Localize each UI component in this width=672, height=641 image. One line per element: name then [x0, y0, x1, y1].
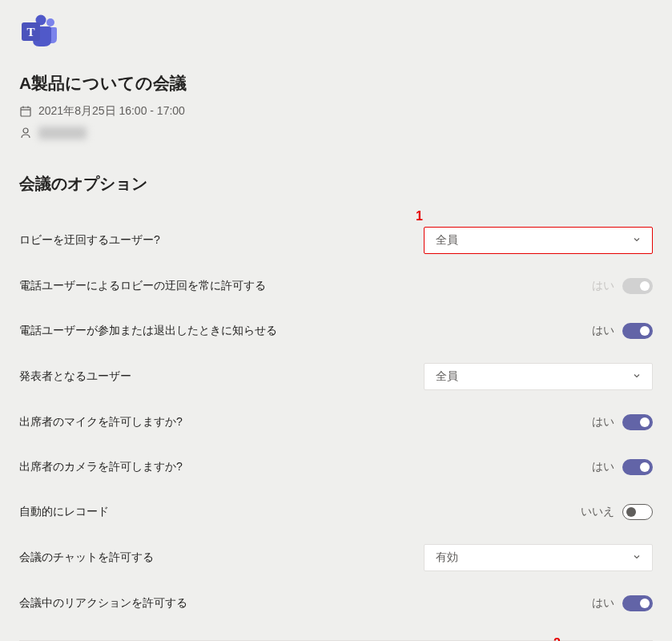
announce-phone-toggle[interactable]	[622, 323, 653, 339]
select-value: 有効	[436, 550, 458, 565]
meeting-title: A製品についての会議	[19, 72, 653, 95]
option-label: 出席者のマイクを許可しますか?	[19, 415, 183, 429]
select-value: 全員	[436, 233, 458, 248]
option-allow-chat: 会議のチャットを許可する 有効	[19, 544, 653, 571]
option-label: 電話ユーザーが参加または退出したときに知らせる	[19, 324, 277, 338]
options-section-title: 会議のオプション	[19, 173, 653, 195]
toggle-value-label: はい	[592, 596, 614, 611]
option-auto-record: 自動的にレコード いいえ	[19, 499, 653, 525]
annotation-2: 2	[553, 636, 561, 641]
meeting-datetime-row: 2021年8月25日 16:00 - 17:00	[19, 104, 653, 119]
meeting-organizer-row	[19, 127, 653, 139]
option-label: ロビーを迂回するユーザー?	[19, 233, 160, 248]
person-icon	[19, 127, 32, 139]
option-presenters: 発表者となるユーザー 全員	[19, 363, 653, 390]
toggle-value-label: はい	[592, 460, 614, 474]
svg-point-8	[23, 128, 28, 133]
toggle-value-label: はい	[592, 415, 614, 429]
allow-camera-toggle[interactable]	[622, 459, 653, 475]
calendar-icon	[19, 105, 32, 118]
option-allow-camera: 出席者のカメラを許可しますか? はい	[19, 454, 653, 480]
teams-logo-icon: T	[19, 14, 59, 48]
svg-text:T: T	[26, 26, 34, 38]
auto-record-toggle[interactable]	[622, 504, 653, 520]
toggle-value-label: はい	[592, 324, 614, 338]
option-allow-reactions: 会議中のリアクションを許可する はい	[19, 591, 653, 616]
option-phone-bypass: 電話ユーザーによるロビーの迂回を常に許可する はい	[19, 273, 653, 299]
meeting-datetime: 2021年8月25日 16:00 - 17:00	[38, 104, 185, 119]
allow-mic-toggle[interactable]	[622, 414, 653, 430]
option-label: 会議中のリアクションを許可する	[19, 596, 187, 611]
allow-chat-select[interactable]: 有効	[424, 544, 653, 571]
lobby-bypass-select[interactable]: 全員	[424, 227, 653, 254]
toggle-value-label: はい	[592, 279, 614, 293]
phone-bypass-toggle	[622, 278, 653, 294]
option-label: 電話ユーザーによるロビーの迂回を常に許可する	[19, 279, 266, 293]
annotation-1: 1	[416, 209, 423, 224]
meeting-organizer	[38, 127, 87, 139]
option-allow-mic: 出席者のマイクを許可しますか? はい	[19, 409, 653, 435]
option-lobby-bypass: ロビーを迂回するユーザー? 1 全員	[19, 227, 653, 254]
allow-reactions-toggle[interactable]	[622, 595, 653, 611]
svg-point-0	[46, 18, 54, 26]
svg-rect-4	[21, 107, 30, 116]
presenters-select[interactable]: 全員	[424, 363, 653, 390]
select-value: 全員	[436, 369, 458, 384]
option-label: 会議のチャットを許可する	[19, 550, 154, 565]
option-label: 発表者となるユーザー	[19, 369, 131, 384]
toggle-value-label: いいえ	[581, 505, 614, 519]
option-label: 自動的にレコード	[19, 505, 109, 519]
option-announce-phone: 電話ユーザーが参加または退出したときに知らせる はい	[19, 318, 653, 344]
option-label: 出席者のカメラを許可しますか?	[19, 460, 183, 474]
